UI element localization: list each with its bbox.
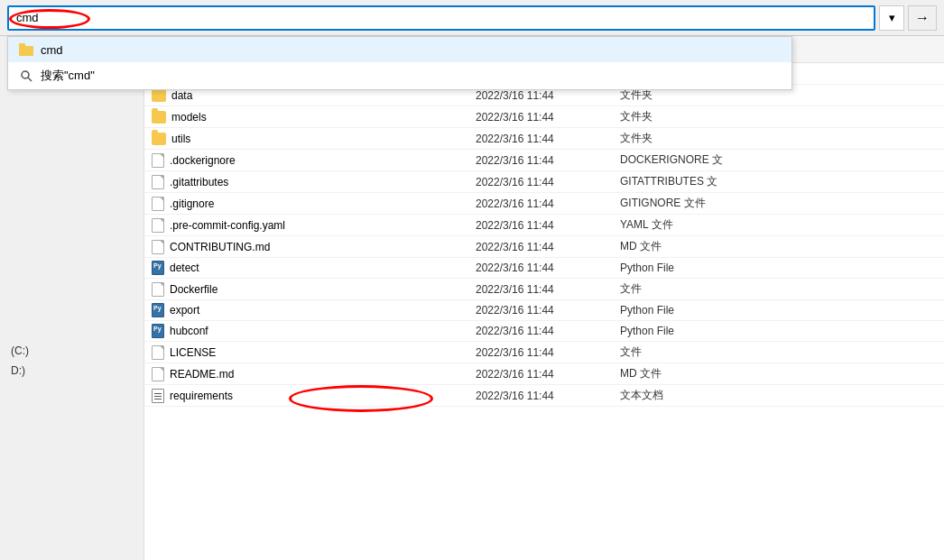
file-date-cell: 2022/3/16 11:44 (472, 197, 616, 210)
file-name-cell: CONTRIBUTING.md (144, 240, 472, 254)
address-input[interactable] (7, 5, 875, 31)
table-row[interactable]: hubconf 2022/3/16 11:44 Python File (144, 321, 944, 342)
file-name: utils (171, 133, 190, 145)
file-name: .dockerignore (170, 154, 236, 167)
file-name-cell: export (144, 303, 472, 317)
table-row[interactable]: requirements 2022/3/16 11:44 文本文档 (144, 385, 944, 407)
file-name-cell: README.md (144, 367, 472, 381)
file-list-area: 名称 修改日期 类型 .github 2022/3/16 11:44 文件夹 d… (144, 36, 944, 560)
svg-point-2 (22, 71, 29, 78)
folder-icon (152, 111, 166, 124)
autocomplete-dropdown: cmd 搜索"cmd" (7, 36, 792, 90)
file-date-cell: 2022/3/16 11:44 (472, 368, 616, 381)
file-icon (152, 175, 164, 189)
file-name-cell: .dockerignore (144, 153, 472, 168)
file-name-cell: utils (144, 133, 472, 145)
file-name-cell: hubconf (144, 324, 472, 338)
table-row[interactable]: CONTRIBUTING.md 2022/3/16 11:44 MD 文件 (144, 236, 944, 258)
file-type-cell: 文件 (616, 281, 944, 297)
sidebar-item-c-drive[interactable]: (C:) (0, 341, 143, 361)
file-name: .gitignore (170, 197, 214, 210)
table-row[interactable]: .pre-commit-config.yaml 2022/3/16 11:44 … (144, 215, 944, 236)
file-name: models (171, 111, 207, 124)
file-icon (152, 153, 164, 168)
file-date-cell: 2022/3/16 11:44 (472, 219, 616, 232)
file-type-cell: Python File (616, 304, 944, 317)
autocomplete-item-search[interactable]: 搜索"cmd" (8, 62, 791, 89)
file-name: data (171, 89, 192, 102)
svg-line-3 (28, 78, 32, 81)
file-date-cell: 2022/3/16 11:44 (472, 241, 616, 253)
folder-icon (152, 133, 166, 145)
sidebar-item-d-drive[interactable]: D:) (0, 361, 143, 381)
file-type-cell: 文件夹 (616, 109, 944, 124)
file-date-cell: 2022/3/16 11:44 (472, 390, 616, 402)
file-date-cell: 2022/3/16 11:44 (472, 89, 616, 102)
address-bar: ▾ → (0, 0, 944, 36)
file-icon (152, 367, 164, 381)
sidebar-c-drive-label: (C:) (11, 344, 29, 357)
address-go-button[interactable]: → (908, 5, 937, 31)
table-row[interactable]: .gitattributes 2022/3/16 11:44 GITATTRIB… (144, 171, 944, 193)
address-dropdown-button[interactable]: ▾ (879, 5, 904, 31)
file-type-cell: MD 文件 (616, 366, 944, 381)
table-row[interactable]: README.md 2022/3/16 11:44 MD 文件 (144, 363, 944, 385)
file-name-cell: .gitattributes (144, 175, 472, 189)
file-icon (152, 282, 164, 297)
file-name-cell: models (144, 111, 472, 124)
table-row[interactable]: models 2022/3/16 11:44 文件夹 (144, 106, 944, 128)
file-type-cell: GITIGNORE 文件 (616, 196, 944, 211)
main-content: (C:) D:) 名称 修改日期 类型 .github 2022/3/16 11… (0, 36, 944, 560)
file-name: .gitattributes (170, 176, 228, 188)
file-type-cell: Python File (616, 262, 944, 274)
file-name: export (170, 304, 199, 317)
file-name-cell: data (144, 89, 472, 102)
file-name: detect (170, 262, 199, 274)
text-file-icon (152, 389, 164, 403)
file-name-cell: LICENSE (144, 345, 472, 360)
file-date-cell: 2022/3/16 11:44 (472, 283, 616, 296)
file-name-cell: .pre-commit-config.yaml (144, 218, 472, 233)
autocomplete-cmd-label: cmd (41, 43, 63, 57)
file-name: requirements (170, 390, 233, 402)
file-type-cell: GITATTRIBUTES 文 (616, 174, 944, 189)
file-date-cell: 2022/3/16 11:44 (472, 262, 616, 274)
file-icon (152, 197, 164, 211)
file-type-cell: YAML 文件 (616, 217, 944, 233)
table-row[interactable]: export 2022/3/16 11:44 Python File (144, 300, 944, 321)
file-name-cell: .gitignore (144, 197, 472, 211)
file-icon (152, 345, 164, 360)
table-row[interactable]: .gitignore 2022/3/16 11:44 GITIGNORE 文件 (144, 193, 944, 215)
go-arrow-icon: → (915, 10, 930, 26)
table-row[interactable]: utils 2022/3/16 11:44 文件夹 (144, 128, 944, 150)
table-row[interactable]: Dockerfile 2022/3/16 11:44 文件 (144, 279, 944, 300)
file-name: CONTRIBUTING.md (170, 241, 270, 253)
table-row[interactable]: .dockerignore 2022/3/16 11:44 DOCKERIGNO… (144, 150, 944, 171)
table-row[interactable]: LICENSE 2022/3/16 11:44 文件 (144, 342, 944, 363)
file-name: LICENSE (170, 346, 216, 359)
file-type-cell: 文件夹 (616, 131, 944, 146)
svg-rect-1 (19, 43, 25, 47)
file-type-cell: 文件 (616, 344, 944, 360)
file-icon (152, 240, 164, 254)
file-name: hubconf (170, 325, 208, 337)
file-date-cell: 2022/3/16 11:44 (472, 154, 616, 167)
file-name-cell: requirements (144, 389, 472, 403)
sidebar-d-drive-label: D:) (11, 364, 25, 377)
file-date-cell: 2022/3/16 11:44 (472, 133, 616, 145)
file-name: README.md (170, 368, 234, 381)
file-date-cell: 2022/3/16 11:44 (472, 304, 616, 317)
folder-icon (152, 89, 166, 102)
file-name: .pre-commit-config.yaml (170, 219, 285, 232)
python-file-icon (152, 303, 164, 317)
search-icon (19, 69, 33, 83)
table-row[interactable]: detect 2022/3/16 11:44 Python File (144, 258, 944, 279)
file-type-cell: Python File (616, 325, 944, 337)
sidebar: (C:) D:) (0, 36, 144, 560)
chevron-down-icon: ▾ (889, 11, 895, 24)
file-type-cell: 文本文档 (616, 388, 944, 403)
file-type-cell: DOCKERIGNORE 文 (616, 152, 944, 168)
autocomplete-item-cmd[interactable]: cmd (8, 37, 791, 62)
file-date-cell: 2022/3/16 11:44 (472, 346, 616, 359)
file-date-cell: 2022/3/16 11:44 (472, 111, 616, 124)
